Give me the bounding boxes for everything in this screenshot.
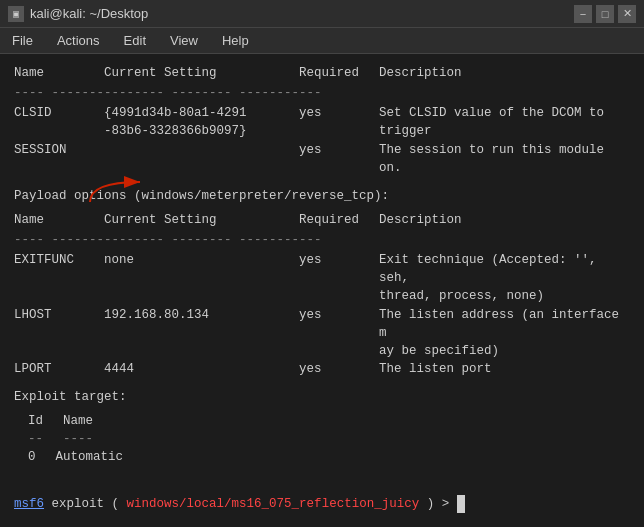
row-exitfunc-required: yes [299,251,379,305]
menu-actions[interactable]: Actions [53,31,104,50]
exploit-target-table: Id Name -- ---- 0 Automatic [14,412,630,466]
prompt-line[interactable]: msf6 exploit ( windows/local/ms16_075_re… [14,495,465,513]
table-row: CLSID {4991d34b-80a1-4291-83b6-3328366b9… [14,104,630,140]
prompt-cursor [457,495,465,513]
maximize-button[interactable]: □ [596,5,614,23]
prompt-msf: msf6 [14,497,44,511]
exploit-target-header: Id Name [28,412,630,430]
header-name: Name [14,64,104,82]
row-clsid-required: yes [299,104,379,140]
et-row-name: Automatic [56,448,124,466]
menubar: File Actions Edit View Help [0,28,644,54]
row-lport-required: yes [299,360,379,378]
payload-header-current: Current Setting [104,211,299,229]
module-options-table: Name Current Setting Required Descriptio… [14,64,630,177]
payload-header-required: Required [299,211,379,229]
table-row: LPORT 4444 yes The listen port [14,360,630,378]
row-clsid-name: CLSID [14,104,104,140]
terminal-content[interactable]: Name Current Setting Required Descriptio… [0,54,644,527]
et-sep-name: ---- [63,430,93,448]
row-lhost-desc: The listen address (an interface may be … [379,306,630,360]
separator: ---- --------------- -------- ----------… [14,84,630,102]
payload-options-section: Payload options (windows/meterpreter/rev… [14,187,630,378]
titlebar-left: ▣ kali@kali: ~/Desktop [8,6,148,22]
table-row: 0 Automatic [28,448,630,466]
menu-view[interactable]: View [166,31,202,50]
prompt-arrow: > [442,497,457,511]
prompt-exploit: exploit [52,497,105,511]
row-lhost-required: yes [299,306,379,360]
et-separator: -- ---- [28,430,630,448]
et-row-id: 0 [28,448,36,466]
row-lhost-current: 192.168.80.134 [104,306,299,360]
row-lport-current: 4444 [104,360,299,378]
close-button[interactable]: ✕ [618,5,636,23]
menu-file[interactable]: File [8,31,37,50]
menu-edit[interactable]: Edit [120,31,150,50]
titlebar: ▣ kali@kali: ~/Desktop − □ ✕ [0,0,644,28]
payload-title: Payload options (windows/meterpreter/rev… [14,187,630,205]
row-lport-desc: The listen port [379,360,630,378]
et-sep-id: -- [28,430,43,448]
payload-table-header: Name Current Setting Required Descriptio… [14,211,630,229]
payload-separator: ---- --------------- -------- ----------… [14,231,630,249]
menu-help[interactable]: Help [218,31,253,50]
table-row: EXITFUNC none yes Exit technique (Accept… [14,251,630,305]
row-session-current [104,141,299,177]
header-current: Current Setting [104,64,299,82]
window-title: kali@kali: ~/Desktop [30,6,148,21]
et-header-name: Name [63,412,93,430]
row-exitfunc-current: none [104,251,299,305]
prompt-paren-open: ( [112,497,120,511]
row-session-required: yes [299,141,379,177]
table-row: LHOST 192.168.80.134 yes The listen addr… [14,306,630,360]
header-description: Description [379,64,630,82]
row-clsid-current: {4991d34b-80a1-4291-83b6-3328366b9097} [104,104,299,140]
exploit-target-section: Exploit target: Id Name -- ---- 0 Automa… [14,388,630,467]
et-header-id: Id [28,412,43,430]
minimize-button[interactable]: − [574,5,592,23]
row-exitfunc-name: EXITFUNC [14,251,104,305]
module-table-header: Name Current Setting Required Descriptio… [14,64,630,82]
prompt-paren-close: ) [427,497,435,511]
payload-header-name: Name [14,211,104,229]
exploit-target-title: Exploit target: [14,388,630,406]
row-exitfunc-desc: Exit technique (Accepted: '', seh,thread… [379,251,630,305]
table-row: SESSION yes The session to run this modu… [14,141,630,177]
row-clsid-desc: Set CLSID value of the DCOM totrigger [379,104,630,140]
prompt-module: windows/local/ms16_075_reflection_juicy [127,497,420,511]
header-required: Required [299,64,379,82]
row-lport-name: LPORT [14,360,104,378]
row-lhost-name: LHOST [14,306,104,360]
payload-header-description: Description [379,211,630,229]
window-icon: ▣ [8,6,24,22]
row-session-desc: The session to run this moduleon. [379,141,630,177]
terminal-window: ▣ kali@kali: ~/Desktop − □ ✕ File Action… [0,0,644,527]
titlebar-controls[interactable]: − □ ✕ [574,5,636,23]
row-session-name: SESSION [14,141,104,177]
